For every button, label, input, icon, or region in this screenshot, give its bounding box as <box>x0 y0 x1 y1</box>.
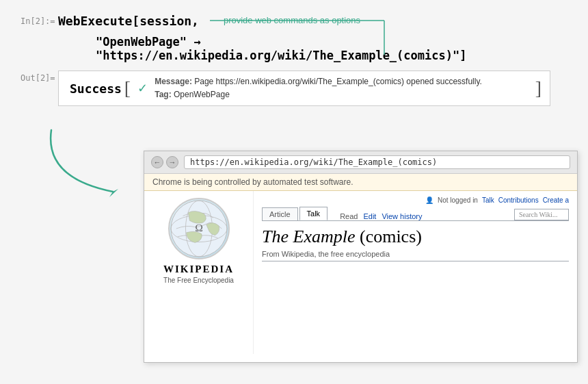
create-link[interactable]: Create a <box>543 196 569 204</box>
annotation-container: provide web commands as options <box>210 14 360 26</box>
article-title-rest: (comics) <box>355 227 421 246</box>
tag-label: Tag: <box>155 90 171 99</box>
tag-row: Tag: OpenWebPage <box>155 88 482 101</box>
message-row: Message: Page https://en.wikipedia.org/w… <box>155 75 482 88</box>
checkmark-icon: ✓ <box>137 81 148 96</box>
wiki-search-box[interactable]: Search Wiki... <box>514 209 569 220</box>
bracket-open2: [ <box>124 79 131 98</box>
bracket-svg <box>210 19 401 60</box>
wiki-sidebar: Ω Wikipedia The Free Encyclopedia <box>144 191 254 354</box>
tab-article[interactable]: Article <box>262 207 298 220</box>
action-history[interactable]: View history <box>382 212 422 220</box>
message-label: Message: <box>155 77 192 86</box>
message-text: Page https://en.wikipedia.org/wiki/The_E… <box>194 77 482 86</box>
article-title-italic: The Example <box>262 227 355 246</box>
address-bar[interactable]: https://en.wikipedia.org/wiki/The_Exampl… <box>184 155 570 169</box>
article-title: The Example (comics) <box>262 227 569 247</box>
automated-banner: Chrome is being controlled by automated … <box>144 174 577 191</box>
annotation-text: provide web commands as options <box>224 14 360 25</box>
forward-button[interactable]: → <box>166 156 178 168</box>
tag-text: OpenWebPage <box>174 90 230 99</box>
wiki-main: 👤 Not logged in Talk Contributions Creat… <box>254 191 577 354</box>
success-box: Success [ ✓ Message: Page https://en.wik… <box>58 71 550 106</box>
wiki-user-info: 👤 Not logged in Talk Contributions Creat… <box>262 196 569 204</box>
back-button[interactable]: ← <box>151 156 163 168</box>
tab-talk[interactable]: Talk <box>299 207 328 220</box>
wiki-globe: Ω <box>168 198 230 259</box>
bracket-close: ] <box>535 79 542 98</box>
input-cell: In[2]:= WebExecute[session, provide web … <box>21 14 567 65</box>
cell-content: WebExecute[session, provide web commands… <box>58 14 567 65</box>
main-container: In[2]:= WebExecute[session, provide web … <box>0 0 588 120</box>
not-logged-in: Not logged in <box>438 196 478 204</box>
output-content: Success [ ✓ Message: Page https://en.wik… <box>58 71 567 106</box>
person-icon: 👤 <box>425 196 433 204</box>
automated-text: Chrome is being controlled by automated … <box>152 177 353 187</box>
input-label: In[2]:= <box>21 14 58 26</box>
svg-text:Ω: Ω <box>195 222 203 233</box>
browser-content: Ω Wikipedia The Free Encyclopedia 👤 Not … <box>144 191 577 354</box>
output-label: Out[2]= <box>21 71 58 83</box>
contributions-link[interactable]: Contributions <box>498 196 539 204</box>
tabs-actions-row: Article Talk Read Edit View history <box>262 207 569 221</box>
svg-marker-2 <box>109 189 118 197</box>
output-cell: Out[2]= Success [ ✓ Message: Page https:… <box>21 71 567 106</box>
talk-link[interactable]: Talk <box>482 196 494 204</box>
action-read[interactable]: Read <box>340 212 358 220</box>
success-details: Message: Page https://en.wikipedia.org/w… <box>155 75 482 101</box>
wiki-name: Wikipedia <box>163 264 234 275</box>
article-subtitle: From Wikipedia, the free encyclopedia <box>262 250 569 261</box>
wikipedia-label: Wikipedia <box>163 264 234 274</box>
browser-window: ← → https://en.wikipedia.org/wiki/The_Ex… <box>144 151 578 363</box>
web-execute-code: WebExecute[session, <box>58 14 199 28</box>
wiki-tagline: The Free Encyclopedia <box>163 277 234 284</box>
browser-toolbar: ← → https://en.wikipedia.org/wiki/The_Ex… <box>144 151 577 174</box>
success-word: Success <box>70 81 122 96</box>
nav-buttons: ← → <box>151 156 178 168</box>
action-edit[interactable]: Edit <box>363 212 376 220</box>
